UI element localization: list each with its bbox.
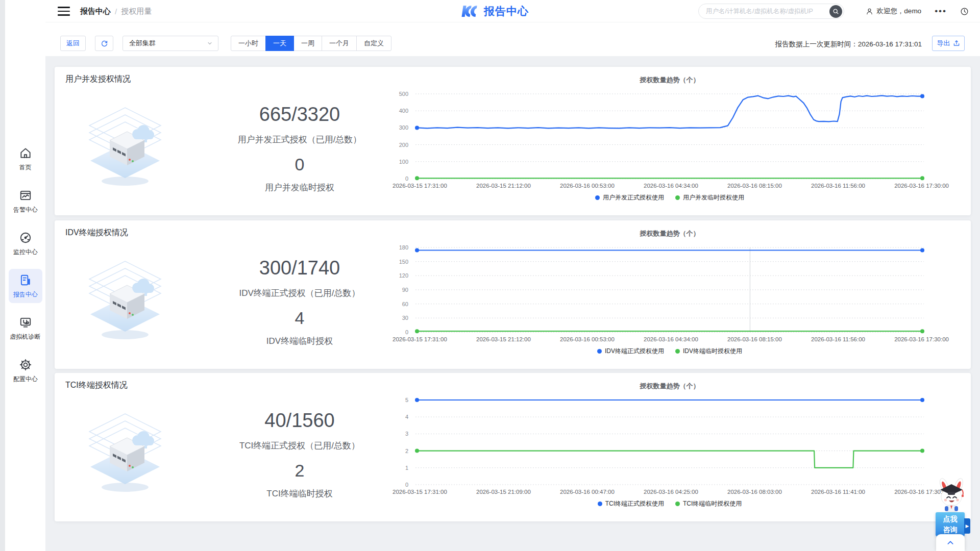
legend-item[interactable]: 用户并发正式授权使用 xyxy=(595,193,664,202)
tci-terminal-license-card: TCI终端授权情况 40/1560 TCI终端正式授权（已用/总数） 2 TCI… xyxy=(55,373,971,521)
home-icon xyxy=(19,146,32,160)
line-chart-svg xyxy=(414,397,925,488)
sidebar-item-home[interactable]: 首页 xyxy=(9,142,42,176)
x-tick-label: 2026-03-16 11:56:00 xyxy=(811,183,865,189)
chart-legend: 用户并发正式授权使用用户并发临时授权使用 xyxy=(414,193,925,202)
stats-column: 300/1740 IDV终端正式授权（已用/总数） 4 IDV终端临时授权 xyxy=(182,220,417,347)
menu-toggle-icon[interactable] xyxy=(58,7,70,16)
y-tick-label: 2 xyxy=(405,448,408,454)
line-chart-svg xyxy=(414,91,925,182)
logo-icon xyxy=(459,4,480,18)
x-tick-label: 2026-03-16 11:56:00 xyxy=(811,336,865,342)
legend-item[interactable]: IDV终端临时授权使用 xyxy=(675,347,742,356)
temp-license-value: 4 xyxy=(182,308,417,328)
x-tick-label: 2026-03-16 00:47:00 xyxy=(560,489,615,495)
formal-license-value: 300/1740 xyxy=(182,257,417,279)
chart-title: 授权数量趋势（个） xyxy=(414,76,925,85)
sidebar-item-alert-center[interactable]: 告警中心 xyxy=(9,184,42,218)
mascot-rabbit-icon[interactable] xyxy=(936,478,967,515)
search-button[interactable] xyxy=(829,5,842,18)
y-tick-label: 400 xyxy=(399,108,408,114)
license-trend-chart: 授权数量趋势（个） 0306090120150180 2026-03-15 17… xyxy=(386,224,963,356)
y-tick-label: 120 xyxy=(399,272,408,279)
x-axis-labels: 2026-03-15 17:31:002026-03-15 21:09:0020… xyxy=(393,489,949,495)
temp-license-label: IDV终端临时授权 xyxy=(182,335,417,347)
range-one-week-button[interactable]: 一周 xyxy=(293,36,322,51)
x-tick-label: 2026-03-16 04:25:00 xyxy=(644,489,698,495)
stats-column: 665/3320 用户并发正式授权（已用/总数） 0 用户并发临时授权 xyxy=(182,67,417,193)
x-tick-label: 2026-03-16 17:30:00 xyxy=(894,183,949,189)
search-icon xyxy=(832,8,839,15)
chart-legend: TCI终端正式授权使用TCI终端临时授权使用 xyxy=(414,499,925,508)
header-right: 欢迎您，demo ••• xyxy=(866,0,969,22)
y-tick-label: 0 xyxy=(405,176,408,182)
y-tick-label: 100 xyxy=(399,159,408,165)
range-one-hour-button[interactable]: 一小时 xyxy=(231,36,266,51)
breadcrumb-separator: / xyxy=(115,7,117,16)
alert-center-icon xyxy=(19,189,32,202)
legend-dot xyxy=(675,195,680,200)
user-welcome[interactable]: 欢迎您，demo xyxy=(866,7,921,16)
consult-button[interactable]: 点我 咨询 ▶ xyxy=(936,512,965,536)
config-center-icon xyxy=(19,358,32,371)
search-input[interactable] xyxy=(706,8,829,15)
consult-line1: 点我 xyxy=(936,514,965,524)
x-tick-label: 2026-03-15 17:31:00 xyxy=(393,489,447,495)
legend-dot xyxy=(597,349,602,354)
sidebar-item-label: 告警中心 xyxy=(13,206,38,214)
range-one-day-button[interactable]: 一天 xyxy=(265,36,294,51)
y-tick-label: 300 xyxy=(399,124,408,131)
assistant-mascot: 点我 咨询 ▶ xyxy=(936,478,967,551)
chart-plot[interactable] xyxy=(414,244,925,335)
cluster-select[interactable]: 全部集群 xyxy=(122,36,218,51)
range-one-month-button[interactable]: 一个月 xyxy=(322,36,357,51)
clock-icon[interactable] xyxy=(960,7,969,16)
card-title: TCI终端授权情况 xyxy=(65,380,128,391)
sidebar-item-report-center[interactable]: 报告中心 xyxy=(9,269,42,303)
legend-item[interactable]: TCI终端正式授权使用 xyxy=(598,499,664,508)
x-tick-label: 2026-03-16 08:03:00 xyxy=(727,489,782,495)
y-tick-label: 0 xyxy=(405,482,408,488)
x-tick-label: 2026-03-15 17:31:00 xyxy=(393,183,447,189)
consult-arrow-icon[interactable]: ▶ xyxy=(964,518,970,534)
temp-license-value: 0 xyxy=(182,155,417,174)
sidebar-item-label: 首页 xyxy=(19,163,32,171)
refresh-button[interactable] xyxy=(95,36,113,51)
sidebar-item-config-center[interactable]: 配置中心 xyxy=(9,354,42,388)
x-axis-labels: 2026-03-15 17:31:002026-03-15 21:12:0020… xyxy=(393,336,949,342)
idv-terminal-license-card: IDV终端授权情况 300/1740 IDV终端正式授权（已用/总数） 4 ID… xyxy=(55,220,971,369)
sidebar-item-monitor-center[interactable]: 监控中心 xyxy=(9,227,42,261)
page-left-gutter xyxy=(0,0,5,551)
user-concurrent-license-card: 用户并发授权情况 665/3320 用户并发正式授权（已用/总数） 0 用户并发… xyxy=(55,67,971,215)
chart-plot[interactable] xyxy=(414,91,925,182)
chart-plot[interactable] xyxy=(414,397,925,488)
legend-item[interactable]: TCI终端临时授权使用 xyxy=(675,499,742,508)
export-button[interactable]: 导出 xyxy=(932,36,965,51)
card-title: IDV终端授权情况 xyxy=(65,228,128,238)
sidebar-item-vm-diagnosis[interactable]: 虚拟机诊断 xyxy=(9,311,42,345)
top-header: 报告中心 / 授权用量 报告中心 欢迎您，demo ••• xyxy=(45,0,980,22)
card-title: 用户并发授权情况 xyxy=(65,74,131,85)
app-logo: 报告中心 xyxy=(459,4,529,18)
y-tick-label: 30 xyxy=(402,315,408,321)
legend-item[interactable]: 用户并发临时授权使用 xyxy=(675,193,744,202)
x-tick-label: 2026-03-15 17:31:00 xyxy=(393,336,447,342)
server-illustration xyxy=(84,257,166,344)
chart-legend: IDV终端正式授权使用IDV终端临时授权使用 xyxy=(414,347,925,356)
server-illustration xyxy=(84,104,166,190)
back-button[interactable]: 返回 xyxy=(60,36,86,51)
back-to-top-button[interactable] xyxy=(936,534,965,551)
more-menu-icon[interactable]: ••• xyxy=(935,9,947,14)
chart-title: 授权数量趋势（个） xyxy=(414,229,925,238)
sidebar-item-label: 监控中心 xyxy=(13,248,38,256)
y-tick-label: 1 xyxy=(405,465,408,471)
legend-item[interactable]: IDV终端正式授权使用 xyxy=(597,347,664,356)
y-tick-label: 4 xyxy=(405,414,408,420)
range-custom-button[interactable]: 自定义 xyxy=(356,36,391,51)
x-tick-label: 2026-03-16 17:30:00 xyxy=(894,336,949,342)
sidebar-item-label: 配置中心 xyxy=(13,375,38,383)
x-tick-label: 2026-03-15 21:12:00 xyxy=(476,336,531,342)
breadcrumb-section[interactable]: 报告中心 xyxy=(80,7,111,16)
x-tick-label: 2026-03-16 00:53:00 xyxy=(560,183,615,189)
x-axis-labels: 2026-03-15 17:31:002026-03-15 21:12:0020… xyxy=(393,183,949,189)
